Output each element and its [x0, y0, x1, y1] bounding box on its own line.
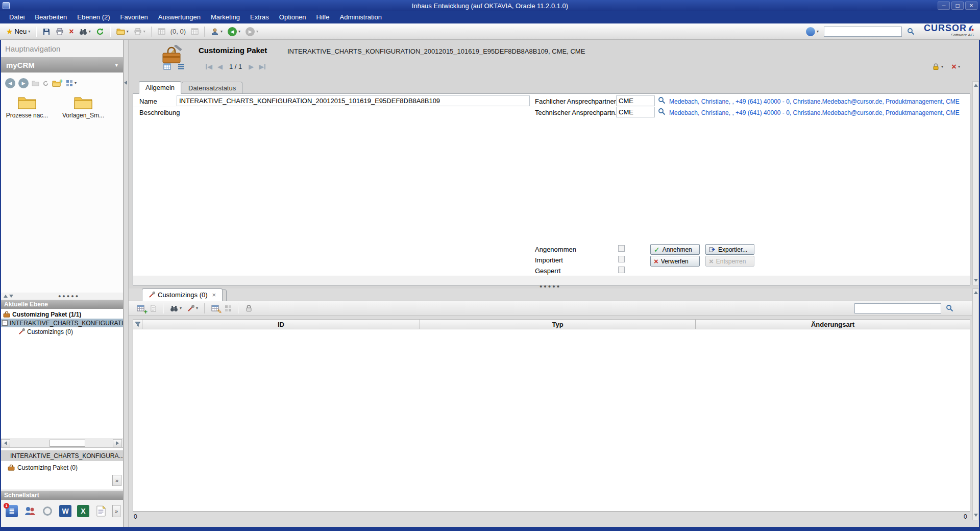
- quick-search-scope-button[interactable]: ▾: [804, 26, 821, 38]
- open-record-button[interactable]: [148, 303, 159, 313]
- refresh-button[interactable]: [94, 26, 106, 37]
- technischer-ansprechpartner-input[interactable]: [616, 107, 655, 117]
- menu-extras[interactable]: Extras: [245, 11, 274, 23]
- close-window-button[interactable]: ×: [965, 2, 977, 10]
- close-mask-button[interactable]: × ▾: [949, 61, 962, 72]
- folder-item-vorlagen[interactable]: Vorlagen_Sm...: [60, 95, 106, 119]
- fachlicher-ansprechpartner-input[interactable]: [616, 95, 655, 106]
- subtable-lock-button[interactable]: [243, 303, 255, 313]
- new-folder-button[interactable]: +: [52, 80, 61, 87]
- prev-record-button[interactable]: ◀: [216, 62, 224, 71]
- fachlicher-ansprechpartner-link[interactable]: Medebach, Christiane, , +49 (641) 40000 …: [669, 98, 968, 105]
- fachlicher-lookup-button[interactable]: [658, 96, 666, 104]
- scroll-right-button[interactable]: [113, 439, 122, 447]
- exportieren-button[interactable]: Exportier...: [705, 244, 754, 255]
- sidebar-splitter[interactable]: ●●●●●: [1, 293, 123, 300]
- tab-customizings[interactable]: Customizings (0) ×: [142, 288, 223, 301]
- contact-person-button[interactable]: ▾: [209, 26, 225, 37]
- first-record-button[interactable]: ◀: [204, 62, 214, 71]
- list-view-button[interactable]: [175, 61, 187, 72]
- navigate-forward-button[interactable]: ▶ ▾: [243, 26, 260, 38]
- quickstart-caleo-button[interactable]: ≣ 1: [5, 504, 18, 518]
- menu-marketing[interactable]: Marketing: [206, 11, 245, 23]
- subtable-actions-button[interactable]: ▾: [185, 303, 200, 313]
- menu-bearbeiten[interactable]: Bearbeiten: [30, 11, 72, 23]
- selection-grid-button[interactable]: [156, 26, 167, 37]
- angenommen-checkbox[interactable]: [618, 245, 625, 252]
- scroll-thumb[interactable]: [50, 440, 85, 447]
- subtable-filter-go-button[interactable]: [944, 303, 955, 313]
- sidebar-main-splitter[interactable]: [124, 40, 129, 527]
- name-input[interactable]: [177, 95, 530, 106]
- menu-ebenen[interactable]: Ebenen (2): [72, 11, 115, 23]
- new-button[interactable]: ★ Neu ▾: [4, 26, 32, 37]
- entsperren-button[interactable]: × Entsperren: [705, 256, 754, 267]
- column-header-aenderungsart[interactable]: Änderungsart: [696, 319, 970, 329]
- open-folder-button[interactable]: ▾: [114, 27, 131, 36]
- quickstart-excel-button[interactable]: X: [77, 504, 90, 518]
- lock-record-button[interactable]: ▾: [930, 61, 945, 72]
- print-button[interactable]: [54, 26, 66, 37]
- scroll-down-icon[interactable]: [974, 514, 978, 517]
- menu-auswertungen[interactable]: Auswertungen: [153, 11, 206, 23]
- column-header-typ[interactable]: Typ: [420, 319, 696, 329]
- edit-table-button[interactable]: ✎: [209, 303, 221, 313]
- save-button[interactable]: [40, 26, 53, 37]
- tree-item-customizing-paket[interactable]: Customizing Paket (1/1): [1, 310, 123, 319]
- nav-refresh-button[interactable]: [42, 80, 49, 87]
- tree-item-interaktive-charts[interactable]: − INTERAKTIVE_CHARTS_KONFIGURATION_: [1, 319, 123, 327]
- add-record-button[interactable]: +: [135, 303, 146, 313]
- schnellstart-expand-button[interactable]: »: [112, 505, 120, 517]
- mycrm-collapse-icon[interactable]: ▾: [115, 62, 118, 68]
- last-record-button[interactable]: ▶: [257, 62, 267, 71]
- next-record-button[interactable]: ▶: [247, 62, 255, 71]
- view-mode-button[interactable]: ▾: [64, 78, 79, 88]
- search-button[interactable]: ▾: [77, 26, 93, 37]
- column-header-id[interactable]: ID: [142, 319, 420, 329]
- table-body[interactable]: [133, 329, 970, 512]
- scroll-up-icon[interactable]: [974, 84, 978, 87]
- form-vscrollbar[interactable]: [972, 81, 979, 285]
- nav-back-button[interactable]: ◀: [5, 78, 15, 88]
- quickstart-info-button[interactable]: [41, 504, 54, 518]
- view-config-button[interactable]: [223, 303, 234, 313]
- history-expand-button[interactable]: »: [112, 475, 121, 486]
- history-item-customizing-paket[interactable]: Customizing Paket (0): [1, 462, 123, 473]
- delete-button[interactable]: ×: [67, 27, 76, 37]
- dataset-view-button[interactable]: [161, 61, 173, 72]
- history-item-interaktive-charts[interactable]: INTERAKTIVE_CHARTS_KONFIGURA...: [1, 450, 123, 461]
- subtable-vscrollbar[interactable]: [972, 288, 979, 520]
- menu-datei[interactable]: Datei: [4, 11, 30, 23]
- filter-header-cell[interactable]: [133, 319, 142, 329]
- subtable-filter-input[interactable]: [854, 303, 941, 313]
- subtable-search-button[interactable]: ▾: [168, 303, 184, 314]
- maximize-button[interactable]: □: [951, 2, 964, 10]
- quickstart-notes-button[interactable]: [94, 504, 108, 518]
- print-preview-button[interactable]: ▾: [132, 26, 148, 37]
- scroll-left-button[interactable]: [1, 439, 10, 447]
- menu-hilfe[interactable]: Hilfe: [311, 11, 335, 23]
- scroll-down-icon[interactable]: [974, 279, 978, 282]
- scroll-up-icon[interactable]: [974, 291, 978, 294]
- menu-favoriten[interactable]: Favoriten: [115, 11, 153, 23]
- nav-up-button[interactable]: [32, 81, 39, 86]
- tab-datensatzstatus[interactable]: Datensatzstatus: [182, 82, 242, 94]
- minimize-button[interactable]: –: [938, 2, 950, 10]
- importiert-checkbox[interactable]: [618, 256, 625, 262]
- menu-optionen[interactable]: Optionen: [274, 11, 311, 23]
- tree-collapse-box[interactable]: −: [2, 320, 8, 326]
- selection-grid-button-2[interactable]: [189, 26, 201, 37]
- close-tab-icon[interactable]: ×: [212, 291, 216, 299]
- verwerfen-button[interactable]: × Verwerfen: [650, 256, 700, 267]
- quick-search-go-button[interactable]: [905, 26, 917, 37]
- tree-item-customizings[interactable]: Customizings (0): [1, 327, 123, 336]
- quickstart-contacts-button[interactable]: [23, 504, 36, 518]
- technischer-lookup-button[interactable]: [658, 108, 666, 115]
- annehmen-button[interactable]: ✓ Annehmen: [650, 244, 700, 255]
- quick-search-input[interactable]: [824, 27, 902, 37]
- nav-forward-button[interactable]: ▶: [18, 78, 29, 88]
- menu-administration[interactable]: Administration: [335, 11, 387, 23]
- quickstart-word-button[interactable]: W: [59, 504, 72, 518]
- folder-item-prozesse[interactable]: Prozesse nac...: [4, 95, 50, 119]
- technischer-ansprechpartner-link[interactable]: Medebach, Christiane, , +49 (641) 40000 …: [669, 109, 968, 116]
